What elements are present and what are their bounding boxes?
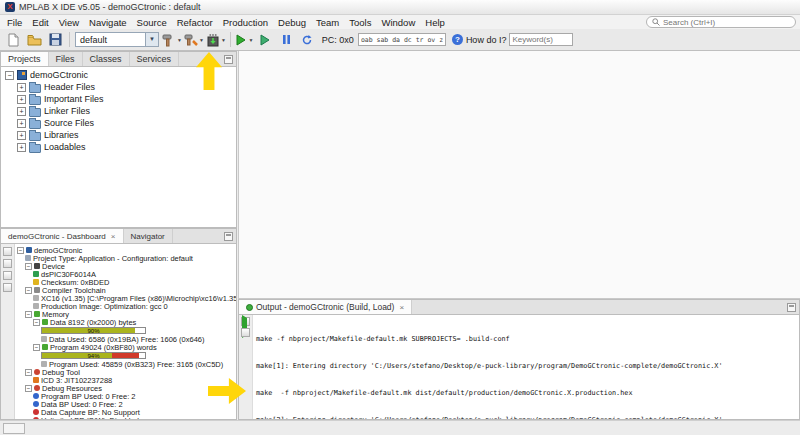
build-output-log[interactable]: make -f nbproject/Makefile-default.mk SU… bbox=[253, 315, 799, 419]
expand-handle-icon[interactable]: + bbox=[17, 143, 26, 152]
folder-icon bbox=[29, 144, 41, 153]
rerun-build-icon[interactable] bbox=[241, 317, 250, 326]
close-icon[interactable]: × bbox=[399, 303, 404, 312]
collapse-handle-icon[interactable]: − bbox=[25, 311, 32, 318]
minimize-window-icon[interactable] bbox=[224, 232, 233, 241]
menu-item-refactor[interactable]: Refactor bbox=[172, 16, 218, 29]
minimize-window-icon[interactable] bbox=[787, 303, 796, 312]
tree-item-loadables[interactable]: + Loadables bbox=[1, 141, 236, 153]
menu-item-help[interactable]: Help bbox=[420, 16, 450, 29]
make-and-program-device-button[interactable]: ▼ bbox=[206, 31, 226, 49]
data-usage-percent: 90% bbox=[42, 328, 145, 335]
output-panel: Output - demoGCtronic (Build, Load) × ma… bbox=[238, 299, 800, 420]
dash-program-total[interactable]: − Program 49024 (0xBF80) words bbox=[15, 343, 236, 351]
refresh-icon[interactable] bbox=[3, 247, 12, 256]
collapse-handle-icon[interactable]: − bbox=[5, 71, 14, 80]
how-do-i: ? How do I? bbox=[452, 33, 574, 46]
close-icon[interactable]: × bbox=[111, 232, 116, 241]
menu-item-source[interactable]: Source bbox=[132, 16, 172, 29]
folder-icon bbox=[29, 132, 41, 141]
memory-icon bbox=[34, 311, 40, 317]
clean-and-build-button[interactable]: ▼ bbox=[184, 31, 204, 49]
debug-resources-icon bbox=[34, 385, 40, 391]
menu-item-production[interactable]: Production bbox=[218, 16, 273, 29]
debug-project-button[interactable]: ▼ bbox=[235, 31, 254, 49]
tree-item-source-files[interactable]: + Source Files bbox=[1, 117, 236, 129]
tab-services[interactable]: Services bbox=[130, 52, 180, 66]
menu-item-debug[interactable]: Debug bbox=[273, 16, 311, 29]
dashboard-toolstrip bbox=[1, 244, 15, 419]
icd3-icon bbox=[33, 377, 39, 383]
tree-item-linker-files[interactable]: + Linker Files bbox=[1, 105, 236, 117]
reset-icon bbox=[301, 34, 313, 46]
status-register-field[interactable] bbox=[358, 33, 446, 46]
expand-handle-icon[interactable]: + bbox=[17, 107, 26, 116]
gear-icon bbox=[33, 303, 39, 309]
collapse-handle-icon[interactable]: − bbox=[25, 369, 32, 376]
tab-projects[interactable]: Projects bbox=[1, 52, 49, 66]
pause-button[interactable] bbox=[277, 31, 296, 49]
dash-label: Unlimited BP (S/W): Disabled bbox=[41, 416, 139, 420]
tree-item-project-root[interactable]: − demoGCtronic bbox=[1, 69, 236, 81]
expand-handle-icon[interactable]: + bbox=[17, 131, 26, 140]
save-all-button[interactable] bbox=[46, 31, 65, 49]
open-project-button[interactable] bbox=[25, 31, 44, 49]
toolbar-separator bbox=[69, 32, 70, 47]
collapse-handle-icon[interactable]: − bbox=[25, 263, 32, 270]
global-search[interactable] bbox=[646, 16, 796, 28]
menu-item-edit[interactable]: Edit bbox=[27, 16, 53, 29]
tree-label: Linker Files bbox=[44, 106, 90, 116]
menu-item-tools[interactable]: Tools bbox=[344, 16, 376, 29]
new-file-button[interactable] bbox=[4, 31, 23, 49]
tab-dashboard[interactable]: demoGCtronic - Dashboard × bbox=[1, 229, 124, 243]
project-properties-icon[interactable] bbox=[3, 259, 12, 268]
tab-navigator[interactable]: Navigator bbox=[124, 229, 173, 243]
menu-item-file[interactable]: File bbox=[2, 16, 27, 29]
menu-item-window[interactable]: Window bbox=[376, 16, 420, 29]
collapse-handle-icon[interactable]: − bbox=[25, 385, 32, 392]
help-icon[interactable] bbox=[3, 271, 12, 280]
pin-icon[interactable] bbox=[3, 283, 12, 292]
configuration-select[interactable]: default ▼ bbox=[75, 32, 159, 47]
expand-handle-icon[interactable]: + bbox=[17, 95, 26, 104]
how-do-i-label: How do I? bbox=[466, 35, 507, 45]
tab-files[interactable]: Files bbox=[49, 52, 83, 66]
dash-res-unlimited[interactable]: Unlimited BP (S/W): Disabled bbox=[15, 416, 236, 419]
tree-item-important-files[interactable]: + Important Files bbox=[1, 93, 236, 105]
menu-item-team[interactable]: Team bbox=[311, 16, 344, 29]
tab-output[interactable]: Output - demoGCtronic (Build, Load) × bbox=[239, 300, 412, 314]
toolbar-separator bbox=[230, 32, 231, 47]
chip-icon bbox=[33, 271, 39, 277]
expand-handle-icon[interactable]: + bbox=[17, 119, 26, 128]
keyword-input[interactable] bbox=[509, 33, 573, 46]
editor-workspace bbox=[238, 51, 800, 299]
collapse-handle-icon[interactable]: − bbox=[33, 344, 40, 351]
reset-button[interactable] bbox=[298, 31, 317, 49]
menu-item-navigate[interactable]: Navigate bbox=[84, 16, 132, 29]
dash-data-total[interactable]: − Data 8192 (0x2000) bytes bbox=[15, 318, 236, 326]
statusbar-button[interactable] bbox=[3, 423, 25, 434]
mplab-logo-icon: X bbox=[5, 2, 15, 12]
projects-panel: Projects Files Classes Services − demoGC… bbox=[0, 51, 237, 228]
collapse-handle-icon[interactable]: − bbox=[17, 247, 24, 254]
minimize-window-icon[interactable] bbox=[224, 55, 233, 64]
tab-classes[interactable]: Classes bbox=[83, 52, 130, 66]
collapse-handle-icon[interactable]: − bbox=[33, 319, 40, 326]
folder-icon bbox=[29, 108, 41, 117]
program-counter-label: PC: 0x0 bbox=[322, 35, 354, 45]
chevron-down-icon: ▼ bbox=[145, 33, 158, 46]
run-project-button[interactable] bbox=[256, 31, 275, 49]
tab-label: Classes bbox=[90, 54, 122, 64]
tree-item-libraries[interactable]: + Libraries bbox=[1, 129, 236, 141]
search-input[interactable] bbox=[663, 18, 790, 27]
build-project-button[interactable]: ▼ bbox=[162, 31, 182, 49]
tree-item-header-files[interactable]: + Header Files bbox=[1, 81, 236, 93]
output-line: make -f nbproject/Makefile-default.mk SU… bbox=[256, 335, 796, 344]
toolchain-icon bbox=[34, 287, 40, 293]
collapse-handle-icon[interactable]: − bbox=[25, 287, 32, 294]
stop-build-icon[interactable] bbox=[241, 328, 250, 337]
expand-handle-icon[interactable]: + bbox=[17, 83, 26, 92]
menu-item-view[interactable]: View bbox=[54, 16, 84, 29]
tab-label: Output - demoGCtronic (Build, Load) bbox=[256, 302, 394, 312]
status-bar bbox=[0, 420, 800, 435]
